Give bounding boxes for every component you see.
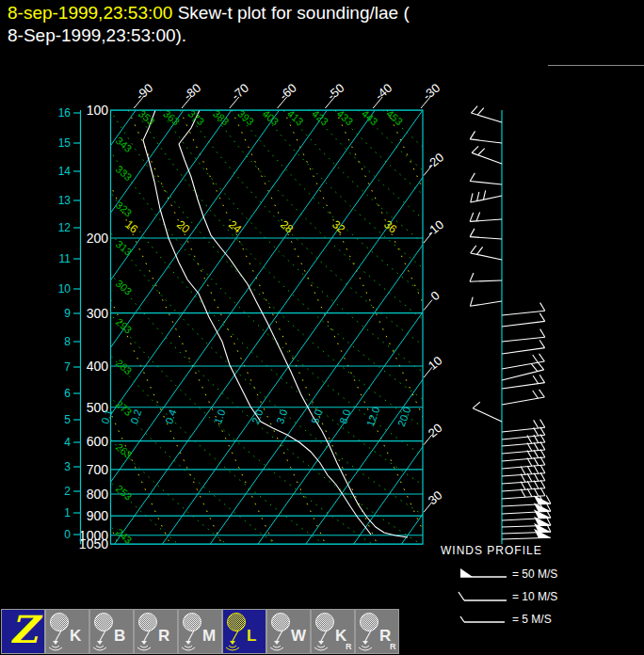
toolbar-button-m[interactable]: M xyxy=(179,610,221,653)
svg-text:300: 300 xyxy=(87,306,109,321)
full-barb-icon xyxy=(458,590,508,603)
svg-text:-30: -30 xyxy=(420,81,443,104)
svg-text:3.0: 3.0 xyxy=(274,407,290,424)
svg-text:36: 36 xyxy=(381,217,399,236)
toolbar-button-z-logo[interactable]: Z xyxy=(2,610,44,653)
svg-text:Z: Z xyxy=(9,610,42,651)
svg-text:100: 100 xyxy=(87,103,109,118)
svg-text:32: 32 xyxy=(330,217,347,236)
svg-text:243: 243 xyxy=(114,526,135,546)
weather-balloon-icon: M xyxy=(179,610,221,653)
svg-text:-80: -80 xyxy=(181,81,203,104)
toolbar-button-b[interactable]: B xyxy=(90,610,133,653)
svg-text:R: R xyxy=(346,642,352,651)
legend-item-10ms: = 10 M/S xyxy=(441,585,557,608)
svg-text:1.0: 1.0 xyxy=(212,407,228,424)
svg-text:0.4: 0.4 xyxy=(163,407,179,424)
svg-text:800: 800 xyxy=(87,487,109,502)
svg-text:323: 323 xyxy=(114,200,135,219)
svg-text:9: 9 xyxy=(64,307,71,320)
svg-text:600: 600 xyxy=(87,434,109,449)
svg-text:L: L xyxy=(247,627,256,645)
svg-text:2: 2 xyxy=(64,485,71,498)
svg-text:4: 4 xyxy=(64,436,71,449)
toolbar-button-kr[interactable]: KR xyxy=(312,610,354,653)
toolbar-button-k[interactable]: K xyxy=(46,610,89,653)
svg-text:8: 8 xyxy=(64,335,71,348)
svg-text:6: 6 xyxy=(64,387,71,400)
svg-text:-10: -10 xyxy=(424,217,446,240)
svg-text:-60: -60 xyxy=(277,81,299,104)
svg-text:-40: -40 xyxy=(372,81,394,104)
svg-text:11: 11 xyxy=(59,252,72,265)
svg-text:5: 5 xyxy=(64,413,71,426)
svg-text:W: W xyxy=(291,627,307,645)
toolbar-button-rr[interactable]: RR xyxy=(356,610,398,653)
svg-text:12: 12 xyxy=(58,221,72,234)
svg-text:R: R xyxy=(158,627,169,645)
svg-text:-90: -90 xyxy=(133,81,155,104)
svg-text:7: 7 xyxy=(64,360,71,374)
svg-text:263: 263 xyxy=(114,441,135,461)
svg-text:1: 1 xyxy=(64,506,71,519)
svg-text:400: 400 xyxy=(87,359,109,374)
svg-text:253: 253 xyxy=(114,483,135,503)
svg-text:200: 200 xyxy=(87,231,109,246)
svg-text:30: 30 xyxy=(426,487,445,507)
svg-text:-50: -50 xyxy=(324,81,346,104)
svg-text:-20: -20 xyxy=(424,150,446,172)
svg-text:K: K xyxy=(70,627,82,645)
svg-text:5.0: 5.0 xyxy=(309,407,325,424)
svg-text:283: 283 xyxy=(114,357,135,376)
svg-text:20: 20 xyxy=(426,421,445,440)
svg-text:10: 10 xyxy=(58,282,72,296)
svg-text:8.0: 8.0 xyxy=(337,407,353,424)
toolbar-button-l[interactable]: L xyxy=(223,610,266,653)
svg-text:900: 900 xyxy=(87,508,109,523)
svg-text:10: 10 xyxy=(426,353,445,373)
svg-text:313: 313 xyxy=(114,238,135,258)
skewt-plot: 2432532632732832933033133233333433533633… xyxy=(0,0,644,608)
svg-text:24: 24 xyxy=(226,217,244,236)
svg-text:14: 14 xyxy=(58,165,72,178)
skewt-plot-canvas: 2432532632732832933033133233333433533633… xyxy=(0,0,644,608)
svg-text:1050: 1050 xyxy=(79,536,108,551)
svg-text:B: B xyxy=(114,627,125,645)
weather-balloon-icon: KR xyxy=(312,610,354,653)
svg-text:13: 13 xyxy=(58,194,72,207)
legend-item-50ms: = 50 M/S xyxy=(441,563,557,585)
svg-text:-70: -70 xyxy=(229,81,251,104)
weather-balloon-icon: W xyxy=(267,610,310,653)
svg-text:0: 0 xyxy=(428,288,443,303)
toolbar-button-r[interactable]: R xyxy=(135,610,177,653)
legend-item-5ms: = 5 M/S xyxy=(441,608,557,631)
svg-text:16: 16 xyxy=(58,106,72,120)
svg-text:15: 15 xyxy=(58,136,72,150)
svg-text:R: R xyxy=(390,642,396,651)
toolbar-button-w[interactable]: W xyxy=(267,610,310,653)
weather-balloon-icon: B xyxy=(90,610,133,653)
flag-barb-icon xyxy=(458,567,508,581)
svg-text:12.0: 12.0 xyxy=(364,406,382,428)
weather-balloon-icon: L xyxy=(223,610,266,653)
winds-profile-title: WINDS PROFILE xyxy=(441,544,557,557)
svg-text:333: 333 xyxy=(114,163,135,183)
app-logo-icon: Z xyxy=(2,610,44,653)
weather-balloon-icon: K xyxy=(46,610,89,653)
svg-text:20: 20 xyxy=(174,217,192,236)
svg-text:16: 16 xyxy=(122,217,140,236)
toolbar: ZKBRMLWKRRR xyxy=(0,608,433,655)
svg-text:700: 700 xyxy=(87,462,109,477)
svg-text:20.0: 20.0 xyxy=(395,406,413,428)
svg-text:0: 0 xyxy=(64,528,71,541)
weather-balloon-icon: R xyxy=(135,610,177,653)
svg-text:28: 28 xyxy=(278,217,296,236)
svg-text:M: M xyxy=(202,627,216,645)
svg-text:3: 3 xyxy=(64,460,71,473)
svg-text:303: 303 xyxy=(114,278,135,297)
weather-balloon-icon: RR xyxy=(356,610,398,653)
winds-profile-legend: WINDS PROFILE = 50 M/S = 10 M/S = 5 M/S xyxy=(441,544,557,631)
half-barb-icon xyxy=(458,613,508,626)
